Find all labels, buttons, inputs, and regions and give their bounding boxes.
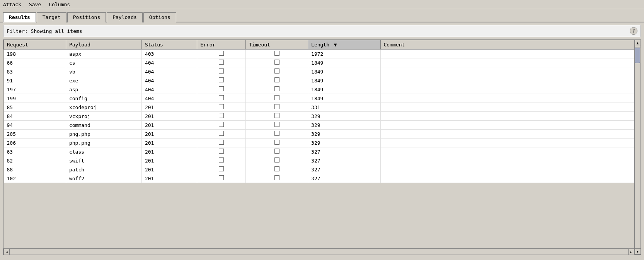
table-row[interactable]: 91exe4041849 xyxy=(4,76,641,85)
timeout-checkbox[interactable] xyxy=(274,149,279,154)
error-checkbox[interactable] xyxy=(219,166,224,171)
tab-payloads[interactable]: Payloads xyxy=(107,12,143,22)
table-row[interactable]: 102woff2201327 xyxy=(4,174,641,183)
menu-attack[interactable]: Attack xyxy=(2,1,22,8)
timeout-checkbox[interactable] xyxy=(274,68,279,74)
vertical-scrollbar: ▲ ▼ xyxy=(634,40,641,255)
table-row[interactable]: 84vcxproj201329 xyxy=(4,112,641,121)
col-header-payload[interactable]: Payload xyxy=(66,40,141,50)
results-table: Request Payload Status Error Timeout Len… xyxy=(3,40,641,183)
scroll-down-button[interactable]: ▼ xyxy=(635,248,641,255)
h-scroll-track[interactable] xyxy=(10,249,628,255)
scroll-right-button[interactable]: ► xyxy=(628,249,634,255)
timeout-checkbox[interactable] xyxy=(274,104,279,109)
scroll-track[interactable] xyxy=(635,46,641,248)
error-checkbox[interactable] xyxy=(219,77,224,82)
results-table-container: Request Payload Status Error Timeout Len… xyxy=(3,39,641,255)
scroll-left-button[interactable]: ◄ xyxy=(3,249,10,255)
horizontal-scrollbar: ◄ ► xyxy=(3,248,634,255)
table-row[interactable]: 198aspx4031972 xyxy=(4,50,641,58)
scroll-up-button[interactable]: ▲ xyxy=(635,40,641,46)
error-checkbox[interactable] xyxy=(219,60,224,65)
table-row[interactable]: 94command201329 xyxy=(4,121,641,130)
sort-arrow-icon: ▼ xyxy=(334,42,337,48)
error-checkbox[interactable] xyxy=(219,175,224,180)
error-checkbox[interactable] xyxy=(219,140,224,145)
error-checkbox[interactable] xyxy=(219,68,224,74)
timeout-checkbox[interactable] xyxy=(274,131,279,136)
table-row[interactable]: 66cs4041849 xyxy=(4,58,641,67)
table-body: 198aspx403197266cs404184983vb404184991ex… xyxy=(4,50,641,183)
col-header-length[interactable]: Length ▼ xyxy=(308,40,380,50)
scroll-thumb[interactable] xyxy=(635,48,640,63)
table-row[interactable]: 83vb4041849 xyxy=(4,67,641,76)
error-checkbox[interactable] xyxy=(219,95,224,100)
table-row[interactable]: 206php.png201329 xyxy=(4,139,641,147)
col-header-timeout[interactable]: Timeout xyxy=(246,40,308,50)
table-row[interactable]: 85xcodeproj201331 xyxy=(4,103,641,112)
menu-save[interactable]: Save xyxy=(28,1,42,8)
tab-target[interactable]: Target xyxy=(37,12,66,22)
col-header-comment[interactable]: Comment xyxy=(380,40,641,50)
col-header-error[interactable]: Error xyxy=(197,40,246,50)
error-checkbox[interactable] xyxy=(219,51,224,56)
timeout-checkbox[interactable] xyxy=(274,95,279,100)
error-checkbox[interactable] xyxy=(219,131,224,136)
timeout-checkbox[interactable] xyxy=(274,77,279,82)
error-checkbox[interactable] xyxy=(219,157,224,162)
filter-text: Filter: Showing all items xyxy=(7,28,82,34)
table-row[interactable]: 199config4041849 xyxy=(4,94,641,103)
tab-positions[interactable]: Positions xyxy=(67,12,106,22)
error-checkbox[interactable] xyxy=(219,149,224,154)
help-icon[interactable]: ? xyxy=(630,27,637,35)
error-checkbox[interactable] xyxy=(219,122,224,127)
col-header-status[interactable]: Status xyxy=(141,40,197,50)
tabs-bar: Results Target Positions Payloads Option… xyxy=(0,9,644,22)
table-row[interactable]: 205png.php201329 xyxy=(4,130,641,139)
tab-results[interactable]: Results xyxy=(3,12,36,22)
error-checkbox[interactable] xyxy=(219,104,224,109)
timeout-checkbox[interactable] xyxy=(274,175,279,180)
tab-options[interactable]: Options xyxy=(143,12,176,22)
error-checkbox[interactable] xyxy=(219,113,224,118)
timeout-checkbox[interactable] xyxy=(274,122,279,127)
timeout-checkbox[interactable] xyxy=(274,86,279,91)
timeout-checkbox[interactable] xyxy=(274,166,279,171)
filter-bar: Filter: Showing all items ? xyxy=(3,25,641,37)
error-checkbox[interactable] xyxy=(219,86,224,91)
table-row[interactable]: 63class201327 xyxy=(4,147,641,156)
menu-bar: Attack Save Columns xyxy=(0,0,644,9)
table-row[interactable]: 82swift201327 xyxy=(4,156,641,165)
timeout-checkbox[interactable] xyxy=(274,113,279,118)
table-row[interactable]: 197asp4041849 xyxy=(4,85,641,94)
timeout-checkbox[interactable] xyxy=(274,140,279,145)
table-header-row: Request Payload Status Error Timeout Len… xyxy=(4,40,641,50)
timeout-checkbox[interactable] xyxy=(274,157,279,162)
table-row[interactable]: 88patch201327 xyxy=(4,165,641,174)
timeout-checkbox[interactable] xyxy=(274,60,279,65)
col-header-request[interactable]: Request xyxy=(4,40,66,50)
menu-columns[interactable]: Columns xyxy=(48,1,71,8)
timeout-checkbox[interactable] xyxy=(274,51,279,56)
